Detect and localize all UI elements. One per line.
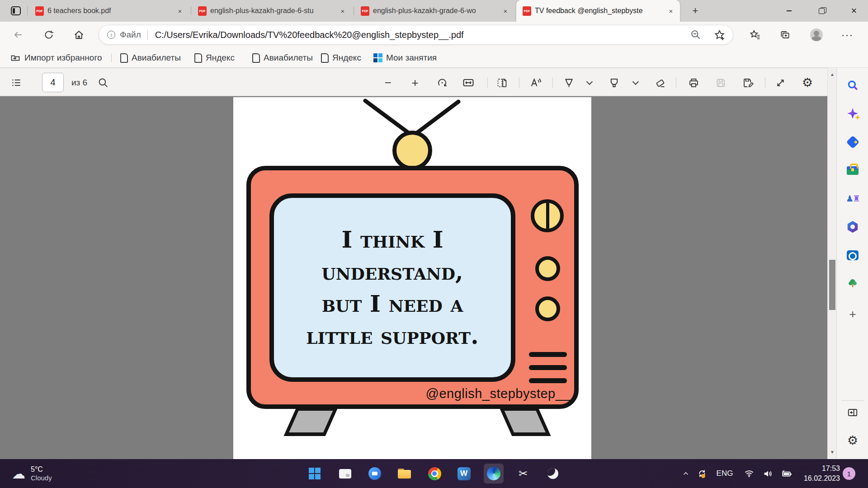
bing-search-button[interactable]: [843, 76, 862, 95]
home-button[interactable]: [71, 27, 87, 43]
sidebar-add-button[interactable]: +: [843, 305, 862, 324]
pdf-scrollbar[interactable]: ▲ ▼: [827, 68, 836, 459]
profile-button[interactable]: [808, 27, 825, 43]
tab-workspaces-button[interactable]: [8, 5, 24, 17]
outlook-icon: [847, 250, 859, 260]
pdf-search-button[interactable]: [94, 74, 112, 91]
favorite-yandex-2[interactable]: Яндекс: [318, 52, 364, 64]
open-sidebar-panel-button[interactable]: [843, 403, 862, 422]
back-arrow-icon: [13, 29, 24, 40]
fit-to-width-button[interactable]: [459, 74, 477, 91]
window-minimize-button[interactable]: [776, 0, 802, 22]
tv-knob-small: [535, 296, 560, 321]
zoom-in-button[interactable]: +: [406, 74, 424, 91]
table-of-contents-button[interactable]: [7, 74, 25, 91]
pdf-viewport[interactable]: I think I understand, but I need a littl…: [0, 97, 827, 459]
snipping-tool-button[interactable]: ✂: [513, 464, 533, 483]
scroll-up-icon[interactable]: ▲: [828, 70, 837, 79]
url-text[interactable]: C:/Users/Evrika/Downloads/TV%20feedback%…: [155, 30, 686, 40]
save-button[interactable]: [712, 74, 730, 91]
language-indicator[interactable]: ENG: [713, 459, 736, 488]
window-restore-button[interactable]: [808, 0, 835, 22]
word-icon: W: [458, 467, 471, 480]
weather-temperature: 5°C: [31, 465, 52, 474]
task-view-button[interactable]: [335, 464, 355, 483]
file-explorer-button[interactable]: [394, 464, 414, 483]
collections-icon: [779, 29, 791, 41]
tab-student-book[interactable]: PDF english-plus-kazakh-grade-6-stu ×: [192, 0, 352, 22]
page-info-icon[interactable]: i: [107, 31, 115, 39]
clock-widget[interactable]: 17:53 16.02.2023: [797, 459, 840, 488]
rotate-button[interactable]: [433, 74, 451, 91]
erase-button[interactable]: [651, 74, 669, 91]
favorite-aviabilety-2[interactable]: Авиабилеты: [250, 52, 316, 64]
wifi-icon: [744, 468, 755, 479]
tab-teachers-book[interactable]: PDF 6 teachers book.pdf ×: [29, 0, 189, 22]
notification-badge[interactable]: 1: [843, 467, 855, 480]
swoosh-app-button[interactable]: [543, 464, 563, 483]
tree-app-button[interactable]: [843, 274, 862, 293]
chrome-button[interactable]: [425, 464, 444, 483]
tab-close-icon[interactable]: ×: [175, 6, 184, 15]
favorites-button[interactable]: [747, 27, 763, 43]
tab-tv-feedback-active[interactable]: PDF TV feedback @english_stepbyste ×: [516, 0, 680, 22]
save-as-button[interactable]: [739, 74, 757, 91]
add-favorite-star-icon[interactable]: [713, 29, 726, 41]
games-button[interactable]: ♟♜: [843, 189, 862, 208]
weather-widget[interactable]: ☁ 5°C Cloudy: [7, 459, 57, 488]
credit-handle: @english_stepbystep__: [426, 386, 571, 401]
highlighter-dropdown[interactable]: [628, 74, 643, 91]
tab-title: TV feedback @english_stepbyste: [535, 7, 663, 15]
microsoft-365-button[interactable]: [843, 217, 862, 236]
tools-button[interactable]: [843, 161, 862, 180]
sidebar-divider: [841, 400, 864, 401]
favorite-label: Авиабилеты: [264, 53, 313, 63]
tab-close-icon[interactable]: ×: [501, 6, 510, 15]
favorite-moi-zanyatiya[interactable]: Мои занятия: [371, 52, 439, 64]
chat-app-button[interactable]: [365, 464, 385, 483]
shopping-button[interactable]: [843, 132, 862, 151]
tab-close-icon[interactable]: ×: [338, 6, 347, 15]
print-button[interactable]: [684, 74, 703, 91]
scrollbar-thumb[interactable]: [829, 260, 835, 310]
battery-button[interactable]: [777, 459, 796, 488]
fullscreen-button[interactable]: [771, 74, 789, 91]
favorite-yandex-1[interactable]: Яндекс: [192, 52, 237, 64]
settings-menu-button[interactable]: ···: [839, 27, 855, 43]
draw-pen-dropdown[interactable]: [582, 74, 597, 91]
refresh-button[interactable]: [41, 27, 57, 43]
new-tab-button[interactable]: +: [688, 4, 703, 18]
outlook-button[interactable]: [843, 246, 862, 265]
tray-overflow-button[interactable]: [678, 459, 693, 488]
plus-icon: +: [849, 307, 856, 321]
highlighter-button[interactable]: [605, 74, 623, 91]
folder-icon: [398, 469, 411, 479]
word-button[interactable]: W: [454, 464, 474, 483]
start-button[interactable]: [305, 464, 325, 483]
onedrive-sync-button[interactable]: [694, 459, 710, 488]
pdf-settings-button[interactable]: ⚙: [798, 74, 816, 91]
page-number-input[interactable]: [42, 73, 64, 92]
zoom-out-icon[interactable]: [690, 29, 702, 41]
copilot-button[interactable]: [843, 104, 862, 123]
volume-button[interactable]: [759, 459, 777, 488]
bing-search-icon: [847, 80, 859, 91]
window-close-button[interactable]: ×: [841, 0, 867, 22]
tv-screen: I think I understand, but I need a littl…: [269, 193, 515, 382]
page-view-button[interactable]: [493, 74, 511, 91]
sidebar-settings-button[interactable]: ⚙: [843, 431, 862, 450]
tab-close-icon[interactable]: ×: [666, 6, 675, 15]
import-favorites-button[interactable]: Импорт избранного: [7, 52, 104, 64]
tab-workbook[interactable]: PDF english-plus-kazakh-grade-6-wo ×: [354, 0, 514, 22]
collections-button[interactable]: [777, 27, 793, 43]
favorite-aviabilety-1[interactable]: Авиабилеты: [118, 52, 184, 64]
address-bar[interactable]: i Файл C:/Users/Evrika/Downloads/TV%20fe…: [99, 25, 733, 45]
wifi-button[interactable]: [741, 459, 758, 488]
back-button[interactable]: [10, 27, 26, 43]
read-aloud-button[interactable]: [526, 74, 544, 91]
scroll-down-icon[interactable]: ▼: [828, 447, 837, 456]
draw-pen-button[interactable]: [560, 74, 578, 91]
favorite-label: Мои занятия: [386, 53, 437, 63]
edge-button-active[interactable]: [484, 464, 504, 483]
zoom-out-button[interactable]: −: [379, 74, 397, 91]
